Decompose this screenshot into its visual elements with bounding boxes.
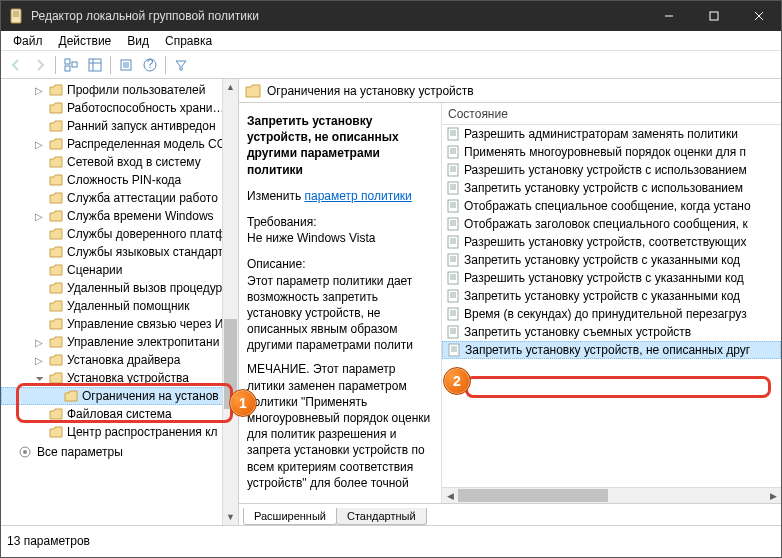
tree-pane: ▷Профили пользователейРаботоспособность … bbox=[1, 79, 239, 525]
policy-row[interactable]: Запретить установку устройств с использо… bbox=[442, 179, 781, 197]
change-policy-link[interactable]: параметр политики bbox=[304, 189, 411, 203]
policy-row[interactable]: Запретить установку устройств с указанны… bbox=[442, 251, 781, 269]
policy-row[interactable]: Разрешить установку устройств, соответст… bbox=[442, 233, 781, 251]
tree-item[interactable]: Ранний запуск антивредон bbox=[1, 117, 238, 135]
folder-icon bbox=[49, 318, 63, 330]
svg-rect-38 bbox=[448, 200, 458, 212]
minimize-button[interactable] bbox=[646, 1, 691, 31]
tree-item[interactable]: ▷Управление электропитани bbox=[1, 333, 238, 351]
tree-item[interactable]: Сложность PIN-кода bbox=[1, 171, 238, 189]
chevron-icon: ▷ bbox=[35, 337, 45, 348]
tree-item[interactable]: Управление связью через И bbox=[1, 315, 238, 333]
policy-row[interactable]: Отображать специальное сообщение, когда … bbox=[442, 197, 781, 215]
close-button[interactable] bbox=[736, 1, 781, 31]
tree-item-label: Ограничения на установ bbox=[82, 389, 219, 403]
tree-scrollbar[interactable]: ▲▼ bbox=[222, 79, 238, 525]
tree-item[interactable]: Ограничения на установ bbox=[1, 387, 238, 405]
list-header-state[interactable]: Состояние bbox=[442, 103, 781, 125]
svg-rect-70 bbox=[449, 344, 459, 356]
description-label: Описание: bbox=[247, 256, 433, 272]
folder-icon bbox=[49, 174, 63, 186]
tree-item-label: Службы доверенного платф bbox=[67, 227, 225, 241]
policy-row[interactable]: Разрешить установку устройств с использо… bbox=[442, 161, 781, 179]
list-scrollbar[interactable]: ◀▶ bbox=[442, 487, 781, 503]
tree-item[interactable]: Удаленный вызов процедур bbox=[1, 279, 238, 297]
tabs: Расширенный Стандартный bbox=[239, 503, 781, 525]
menubar: Файл Действие Вид Справка bbox=[1, 31, 781, 51]
menu-view[interactable]: Вид bbox=[119, 32, 157, 50]
titlebar: Редактор локальной групповой политики bbox=[1, 1, 781, 31]
tree-item[interactable]: ▷Распределенная модель CO bbox=[1, 135, 238, 153]
svg-rect-9 bbox=[65, 66, 70, 71]
policy-row[interactable]: Разрешить установку устройств с указанны… bbox=[442, 269, 781, 287]
tree-item[interactable]: Сетевой вход в систему bbox=[1, 153, 238, 171]
tree-item[interactable]: Сценарии bbox=[1, 261, 238, 279]
tree-item[interactable]: ▷Профили пользователей bbox=[1, 81, 238, 99]
folder-icon bbox=[64, 390, 78, 402]
toolbar-separator bbox=[55, 56, 56, 74]
tree-item-label: Установка устройства bbox=[67, 371, 189, 385]
tree-item[interactable]: ▷Служба времени Windows bbox=[1, 207, 238, 225]
tree-item[interactable]: ▷Установка драйвера bbox=[1, 351, 238, 369]
toolbar-list-icon[interactable] bbox=[84, 54, 106, 76]
status-text: 13 параметров bbox=[7, 534, 90, 548]
toolbar-tree-icon[interactable] bbox=[60, 54, 82, 76]
policy-row-label: Разрешить установку устройств с указанны… bbox=[464, 271, 744, 285]
toolbar: ? bbox=[1, 51, 781, 79]
policy-row[interactable]: Запретить установку устройств с указанны… bbox=[442, 287, 781, 305]
tab-standard[interactable]: Стандартный bbox=[336, 508, 427, 525]
menu-help[interactable]: Справка bbox=[157, 32, 220, 50]
policy-list-pane: Состояние Разрешить администраторам заме… bbox=[441, 103, 781, 503]
menu-action[interactable]: Действие bbox=[51, 32, 120, 50]
chevron-icon: ▷ bbox=[35, 85, 45, 96]
policy-row[interactable]: Время (в секундах) до принудительной пер… bbox=[442, 305, 781, 323]
tree-item-label: Установка драйвера bbox=[67, 353, 180, 367]
description-note: МЕЧАНИЕ. Этот параметр литики заменен па… bbox=[247, 361, 433, 491]
tree-root-all-parameters[interactable]: Все параметры bbox=[1, 443, 238, 461]
content-header: Ограничения на установку устройств bbox=[239, 79, 781, 103]
policy-row[interactable]: Разрешить администраторам заменять полит… bbox=[442, 125, 781, 143]
tree-item[interactable]: Службы доверенного платф bbox=[1, 225, 238, 243]
toolbar-properties-icon[interactable] bbox=[115, 54, 137, 76]
policy-row-label: Разрешить администраторам заменять полит… bbox=[464, 127, 738, 141]
folder-icon bbox=[49, 102, 63, 114]
svg-rect-42 bbox=[448, 218, 458, 230]
policy-row[interactable]: Запретить установку съемных устройств bbox=[442, 323, 781, 341]
policy-row-label: Разрешить установку устройств с использо… bbox=[464, 163, 747, 177]
policy-row-label: Отображать специальное сообщение, когда … bbox=[464, 199, 751, 213]
tree-item[interactable]: Файловая система bbox=[1, 405, 238, 423]
toolbar-filter-icon[interactable] bbox=[170, 54, 192, 76]
tree-item[interactable]: Центр распространения кл bbox=[1, 423, 238, 441]
svg-text:?: ? bbox=[147, 58, 154, 71]
tree-item-label: Сетевой вход в систему bbox=[67, 155, 201, 169]
policy-row[interactable]: Отображать заголовок специального сообще… bbox=[442, 215, 781, 233]
requirements-value: Не ниже Windows Vista bbox=[247, 230, 433, 246]
tree-item[interactable]: Служба аттестации работо bbox=[1, 189, 238, 207]
tree-item[interactable]: Службы языковых стандарт bbox=[1, 243, 238, 261]
maximize-button[interactable] bbox=[691, 1, 736, 31]
tab-extended[interactable]: Расширенный bbox=[243, 508, 337, 525]
toolbar-help-icon[interactable]: ? bbox=[139, 54, 161, 76]
tree-item-label: Профили пользователей bbox=[67, 83, 205, 97]
policy-row-label: Запретить установку устройств, не описан… bbox=[465, 343, 750, 357]
policy-row[interactable]: Применять многоуровневый порядок оценки … bbox=[442, 143, 781, 161]
chevron-icon: ⏷ bbox=[35, 373, 45, 384]
policy-row[interactable]: Запретить установку устройств, не описан… bbox=[442, 341, 781, 359]
svg-rect-66 bbox=[448, 326, 458, 338]
policy-icon bbox=[447, 343, 461, 357]
svg-rect-10 bbox=[72, 62, 77, 67]
tree-item[interactable]: Работоспособность храни… bbox=[1, 99, 238, 117]
chevron-icon: ▷ bbox=[35, 211, 45, 222]
menu-file[interactable]: Файл bbox=[5, 32, 51, 50]
forward-button[interactable] bbox=[29, 54, 51, 76]
toolbar-separator bbox=[165, 56, 166, 74]
tree-item[interactable]: ⏷Установка устройства bbox=[1, 369, 238, 387]
back-button[interactable] bbox=[5, 54, 27, 76]
content-pane: Ограничения на установку устройств Запре… bbox=[239, 79, 781, 525]
policy-icon bbox=[446, 145, 460, 159]
tree-item[interactable]: Удаленный помощник bbox=[1, 297, 238, 315]
svg-rect-8 bbox=[65, 59, 70, 64]
folder-icon bbox=[49, 408, 63, 420]
folder-icon bbox=[49, 138, 63, 150]
policy-icon bbox=[446, 199, 460, 213]
